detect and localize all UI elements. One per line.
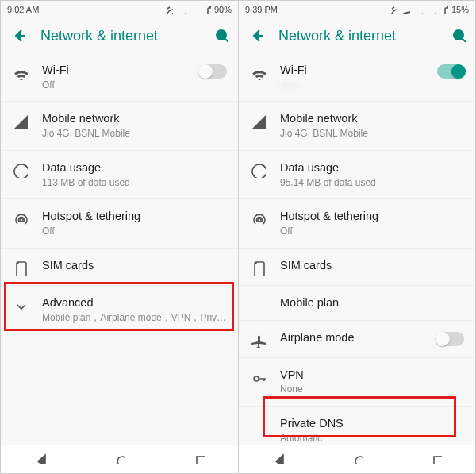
row-sub: None xyxy=(280,383,464,396)
row-airplane-mode[interactable]: Airplane mode xyxy=(239,321,475,358)
row-private-dns[interactable]: Private DNS Automatic xyxy=(239,407,475,445)
data-usage-icon xyxy=(12,162,28,178)
nav-home-icon xyxy=(351,452,363,464)
alarm-icon xyxy=(163,5,173,14)
row-data-usage[interactable]: Data usage 95.14 MB of data used xyxy=(239,151,475,199)
row-mobile-network[interactable]: Mobile network Jio 4G, BSNL Mobile xyxy=(1,102,238,150)
row-label: Wi-Fi xyxy=(280,63,437,78)
row-data-usage[interactable]: Data usage 113 MB of data used xyxy=(1,151,238,199)
row-sim-cards[interactable]: SIM cards xyxy=(1,249,238,286)
status-icons: 15% xyxy=(388,5,469,14)
wifi-switch[interactable] xyxy=(200,64,227,79)
wifi-switch[interactable] xyxy=(437,64,464,79)
row-sub: Automatic xyxy=(280,433,464,445)
row-label: Hotspot & tethering xyxy=(42,209,227,224)
nav-back-icon xyxy=(34,452,47,464)
status-icons: 90% xyxy=(163,5,232,14)
airplane-switch[interactable] xyxy=(437,332,464,346)
signal-icon xyxy=(12,113,28,129)
nav-recent-icon xyxy=(192,452,205,464)
row-sub: Jio 4G, BSNL Mobile xyxy=(280,128,464,141)
nav-home[interactable] xyxy=(351,452,363,468)
status-time: 9:02 AM xyxy=(7,5,39,14)
search-icon xyxy=(450,26,466,42)
row-hotspot[interactable]: Hotspot & tethering Off xyxy=(1,199,238,248)
row-label: SIM cards xyxy=(42,258,227,273)
row-label: Advanced xyxy=(42,295,227,310)
airplane-icon xyxy=(250,332,266,348)
row-label: Mobile network xyxy=(42,111,227,126)
row-sub: Mobile plan，Airplane mode，VPN，Priva.. xyxy=(42,312,227,325)
wifi-icon xyxy=(250,64,266,80)
back-arrow-icon xyxy=(10,26,26,42)
nav-home[interactable] xyxy=(113,452,125,468)
search-button[interactable] xyxy=(213,26,228,45)
phone-right: 9:39 PM 15% Network & internet Wi-Fi —— xyxy=(238,1,475,473)
hotspot-icon xyxy=(12,210,28,226)
nav-home-icon xyxy=(113,452,125,464)
settings-list: Wi-Fi Off Mobile network Jio 4G, BSNL Mo… xyxy=(1,53,238,445)
row-sub: Off xyxy=(42,79,200,92)
status-time: 9:39 PM xyxy=(245,5,278,14)
row-sub: —— xyxy=(280,79,437,92)
row-sub: Off xyxy=(42,225,227,238)
data-usage-icon xyxy=(250,162,266,178)
row-label: Mobile network xyxy=(280,111,464,126)
status-battery: 15% xyxy=(451,5,469,14)
row-sub: 113 MB of data used xyxy=(42,177,227,190)
status-bar: 9:02 AM 90% xyxy=(1,1,238,18)
app-bar: Network & internet xyxy=(1,18,238,53)
row-label: VPN xyxy=(280,368,464,383)
nav-bar xyxy=(239,445,475,473)
page-title: Network & internet xyxy=(40,28,198,44)
sim-icon xyxy=(12,260,28,276)
row-hotspot[interactable]: Hotspot & tethering Off xyxy=(239,199,475,248)
alarm-icon xyxy=(388,5,397,14)
signal-icon xyxy=(413,5,423,14)
row-label: Private DNS xyxy=(280,416,464,431)
row-sim-cards[interactable]: SIM cards xyxy=(239,249,475,286)
row-label: Airplane mode xyxy=(280,330,437,345)
signal-icon xyxy=(189,5,198,14)
nav-recent[interactable] xyxy=(429,452,442,468)
signal-icon xyxy=(426,5,436,14)
nav-bar xyxy=(1,445,238,473)
battery-icon xyxy=(439,5,448,14)
nav-recent[interactable] xyxy=(192,452,205,468)
row-mobile-network[interactable]: Mobile network Jio 4G, BSNL Mobile xyxy=(239,102,475,150)
row-sub: Jio 4G, BSNL Mobile xyxy=(42,128,227,141)
nav-back-icon xyxy=(272,452,285,464)
sim-icon xyxy=(250,260,266,276)
wifi-icon xyxy=(401,5,410,14)
vpn-key-icon xyxy=(250,369,266,385)
back-button[interactable] xyxy=(10,26,26,45)
row-vpn[interactable]: VPN None xyxy=(239,358,475,407)
row-wifi[interactable]: Wi-Fi —— xyxy=(239,53,475,102)
wifi-icon xyxy=(12,64,28,80)
row-sub: 95.14 MB of data used xyxy=(280,177,464,190)
row-advanced[interactable]: Advanced Mobile plan，Airplane mode，VPN，P… xyxy=(1,286,238,338)
status-bar: 9:39 PM 15% xyxy=(239,1,475,18)
row-label: Mobile plan xyxy=(280,295,464,310)
row-label: Data usage xyxy=(280,160,464,175)
chevron-down-icon xyxy=(12,297,28,313)
row-wifi[interactable]: Wi-Fi Off xyxy=(1,53,238,102)
row-label: Data usage xyxy=(42,160,227,175)
row-label: Hotspot & tethering xyxy=(280,209,464,224)
signal-icon xyxy=(176,5,186,14)
search-button[interactable] xyxy=(450,26,466,45)
page-title: Network & internet xyxy=(278,28,436,44)
row-sub: Off xyxy=(280,225,464,238)
back-button[interactable] xyxy=(248,26,264,45)
row-mobile-plan[interactable]: Mobile plan xyxy=(239,286,475,321)
app-bar: Network & internet xyxy=(239,18,475,53)
back-arrow-icon xyxy=(248,26,264,42)
search-icon xyxy=(213,26,228,42)
nav-back[interactable] xyxy=(272,452,285,468)
nav-back[interactable] xyxy=(34,452,47,468)
signal-icon xyxy=(250,113,266,129)
battery-icon xyxy=(202,5,211,14)
row-label: SIM cards xyxy=(280,258,464,273)
settings-list: Wi-Fi —— Mobile network Jio 4G, BSNL Mob… xyxy=(239,53,475,445)
status-battery: 90% xyxy=(214,5,232,14)
